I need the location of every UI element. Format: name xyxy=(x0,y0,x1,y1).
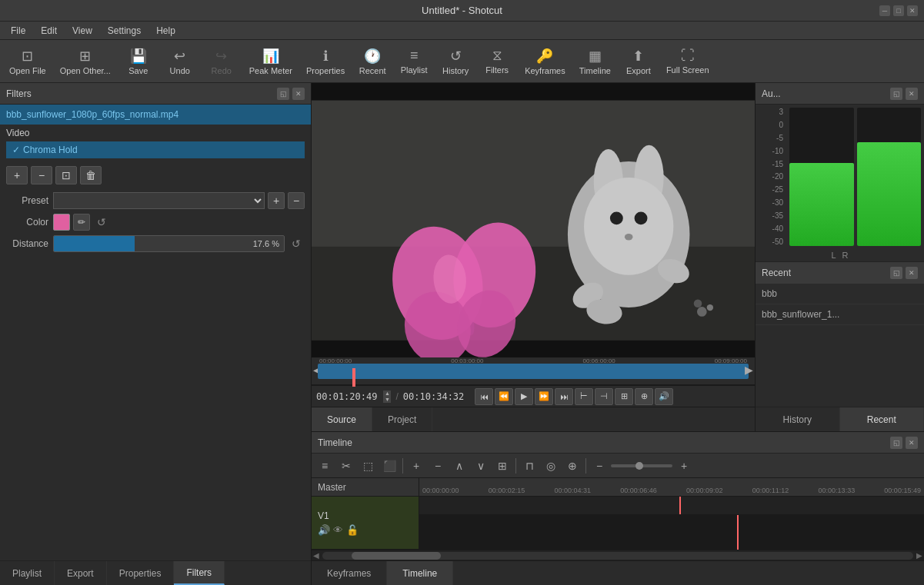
timeline-button[interactable]: ▦ Timeline xyxy=(573,42,617,81)
time-down-button[interactable]: ▼ xyxy=(383,397,391,403)
audio-meter-area: 3 0 -5 -10 -15 -20 -25 -30 -35 -40 -50 xyxy=(756,105,924,249)
track-audio-icon[interactable]: 🔊 xyxy=(318,524,330,536)
fast-forward-button[interactable]: ⏩ xyxy=(535,388,553,405)
menu-view[interactable]: View xyxy=(65,24,100,38)
v1-playhead xyxy=(737,515,739,550)
export-button[interactable]: ⬆ Export xyxy=(619,42,659,81)
peak-meter-button[interactable]: 📊 Peak Meter xyxy=(243,42,299,81)
close-button[interactable]: ✕ xyxy=(907,5,918,16)
recent-item-sunflower[interactable]: bbb_sunflower_1... xyxy=(756,304,924,325)
menu-edit[interactable]: Edit xyxy=(33,24,65,38)
tab-keyframes[interactable]: Keyframes xyxy=(312,561,387,585)
keyframes-button[interactable]: 🔑 Keyframes xyxy=(519,42,572,81)
scroll-right-arrow[interactable]: ▶ xyxy=(916,551,922,560)
zoom-button[interactable]: ⊕ xyxy=(635,388,653,405)
tl-remove-button[interactable]: − xyxy=(428,457,448,475)
open-other-button[interactable]: ⊞ Open Other... xyxy=(54,42,117,81)
center-right: ◀ ▶ 00:00:00:00 00:03:00:00 00:06:00:00 … xyxy=(312,83,924,585)
audio-meter-float-button[interactable]: ◱ xyxy=(890,88,902,100)
tl-ripple-button[interactable]: ◎ xyxy=(541,457,561,475)
properties-button[interactable]: ℹ Properties xyxy=(300,42,351,81)
in-point-button[interactable]: ⊢ xyxy=(575,388,593,405)
tab-recent[interactable]: Recent xyxy=(840,407,925,431)
chroma-hold-filter[interactable]: ✓ Chroma Hold xyxy=(6,141,305,158)
grid-button[interactable]: ⊞ xyxy=(615,388,633,405)
clip-timeline-track xyxy=(318,364,749,379)
tab-source[interactable]: Source xyxy=(312,407,372,431)
timeline-close-button[interactable]: ✕ xyxy=(906,437,918,449)
track-lock-icon[interactable]: 🔓 xyxy=(346,524,359,536)
audio-button[interactable]: 🔊 xyxy=(655,388,673,405)
menu-file[interactable]: File xyxy=(3,24,33,38)
timeline-float-button[interactable]: ◱ xyxy=(890,437,902,449)
scroll-track[interactable] xyxy=(322,552,913,560)
distance-slider[interactable]: 17.6 % xyxy=(53,235,285,252)
preset-remove-button[interactable]: − xyxy=(288,192,305,209)
preset-add-button[interactable]: + xyxy=(268,192,285,209)
filters-close-button[interactable]: ✕ xyxy=(292,88,305,100)
tl-paste-button[interactable]: ⬛ xyxy=(379,457,399,475)
tl-zoom-in-button[interactable]: + xyxy=(674,457,694,475)
timeline-scrollbar: ◀ ▶ xyxy=(312,550,924,560)
history-button[interactable]: ↺ History xyxy=(435,42,475,81)
play-button[interactable]: ▶ xyxy=(515,388,533,405)
minimize-button[interactable]: ─ xyxy=(879,5,890,16)
maximize-button[interactable]: □ xyxy=(893,5,904,16)
clip-timeline[interactable]: ◀ ▶ 00:00:00:00 00:03:00:00 00:06:00:00 … xyxy=(312,357,755,385)
redo-button[interactable]: ↪ Redo xyxy=(202,42,242,81)
tl-cut-button[interactable]: ✂ xyxy=(336,457,356,475)
playback-controls: ⏮ ⏪ ▶ ⏩ ⏭ ⊢ ⊣ ⊞ ⊕ 🔊 xyxy=(475,388,673,405)
save-label: Save xyxy=(128,66,148,75)
tl-append-button[interactable]: ⊞ xyxy=(492,457,512,475)
tab-project[interactable]: Project xyxy=(372,407,432,431)
open-file-button[interactable]: ⊡ Open File xyxy=(3,42,52,81)
tab-history[interactable]: History xyxy=(756,407,840,431)
tl-menu-button[interactable]: ≡ xyxy=(315,457,335,475)
tab-properties[interactable]: Properties xyxy=(107,561,175,585)
source-project-tabs: Source Project xyxy=(312,407,755,431)
step-back-button[interactable]: ⏪ xyxy=(495,388,513,405)
filters-button[interactable]: ⧖ Filters xyxy=(477,42,517,81)
tl-loop-button[interactable]: ⊕ xyxy=(562,457,582,475)
color-swatch[interactable] xyxy=(53,214,70,231)
tl-zoom-out-button[interactable]: − xyxy=(589,457,609,475)
out-point-button[interactable]: ⊣ xyxy=(595,388,613,405)
tl-overwrite-button[interactable]: ∨ xyxy=(471,457,491,475)
eyedrop-button[interactable]: ✏ xyxy=(73,214,90,231)
audio-meter-close-button[interactable]: ✕ xyxy=(906,88,918,100)
playlist-button[interactable]: ≡ Playlist xyxy=(394,42,434,81)
save-button[interactable]: 💾 Save xyxy=(118,42,158,81)
color-reset-button[interactable]: ↺ xyxy=(93,214,110,231)
filters-float-button[interactable]: ◱ xyxy=(277,88,289,100)
tl-lift-button[interactable]: ∧ xyxy=(449,457,469,475)
preset-select[interactable] xyxy=(53,192,265,209)
add-filter-button[interactable]: + xyxy=(6,166,28,184)
tl-zoom-slider[interactable] xyxy=(611,464,672,467)
copy-filter-button[interactable]: ⊡ xyxy=(55,166,77,184)
scroll-thumb[interactable] xyxy=(352,552,440,560)
tl-copy-button[interactable]: ⬚ xyxy=(358,457,378,475)
tab-export[interactable]: Export xyxy=(55,561,107,585)
recent-close-button[interactable]: ✕ xyxy=(906,267,918,279)
full-screen-button[interactable]: ⛶ Full Screen xyxy=(660,42,716,81)
ruler-4: 00:00:09:02 xyxy=(686,487,723,494)
menu-settings[interactable]: Settings xyxy=(100,24,148,38)
skip-to-start-button[interactable]: ⏮ xyxy=(475,388,493,405)
delete-filter-button[interactable]: 🗑 xyxy=(80,166,102,184)
tab-timeline[interactable]: Timeline xyxy=(387,561,453,585)
tab-playlist[interactable]: Playlist xyxy=(0,561,55,585)
recent-item-bbb[interactable]: bbb xyxy=(756,284,924,304)
tl-snap-button[interactable]: ⊓ xyxy=(519,457,539,475)
scroll-left-arrow[interactable]: ◀ xyxy=(313,551,319,560)
track-eye-icon[interactable]: 👁 xyxy=(333,524,343,536)
time-up-button[interactable]: ▲ xyxy=(383,391,391,397)
tl-add-button[interactable]: + xyxy=(406,457,426,475)
recent-button[interactable]: 🕐 Recent xyxy=(352,42,392,81)
recent-float-button[interactable]: ◱ xyxy=(890,267,902,279)
distance-reset-button[interactable]: ↺ xyxy=(288,235,305,252)
remove-filter-button[interactable]: − xyxy=(31,166,52,184)
skip-to-end-button[interactable]: ⏭ xyxy=(555,388,573,405)
undo-button[interactable]: ↩ Undo xyxy=(160,42,200,81)
tab-filters[interactable]: Filters xyxy=(174,561,225,585)
menu-help[interactable]: Help xyxy=(148,24,183,38)
